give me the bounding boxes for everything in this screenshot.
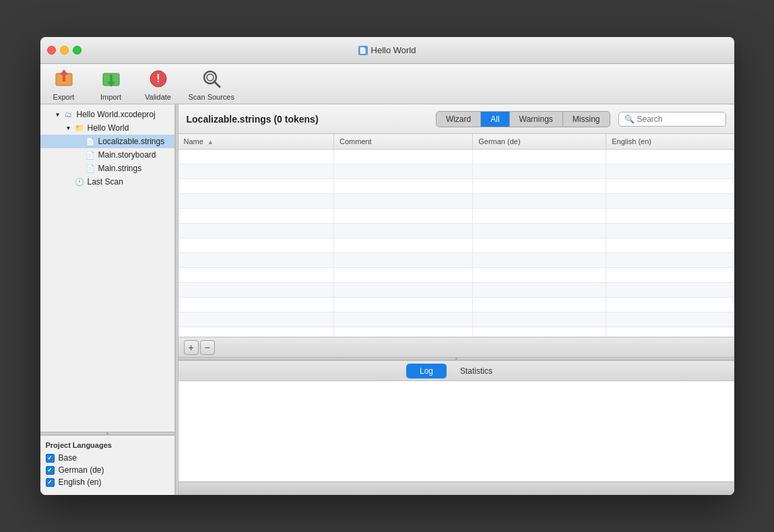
- log-panel: Log Statistics: [179, 360, 734, 481]
- last-scan-label: Last Scan: [88, 177, 123, 187]
- svg-line-7: [214, 81, 220, 87]
- sidebar-tree: ▼ 🗂 Hello World.xcodeproj ▼ 📁 Hello Worl…: [40, 104, 174, 432]
- minimize-button[interactable]: [60, 46, 69, 55]
- export-icon: [52, 67, 76, 91]
- main-strings-label: Main.strings: [98, 164, 142, 173]
- xcodeproj-icon: 🗂: [63, 109, 74, 120]
- table-row: [179, 253, 734, 267]
- language-english: English (en): [46, 477, 169, 487]
- german-label: German (de): [59, 465, 104, 475]
- maximize-button[interactable]: [73, 46, 82, 55]
- col-name-label: Name: [184, 137, 203, 145]
- toolbar: Export Import ! Validate: [40, 64, 734, 104]
- table-row: [179, 282, 734, 297]
- main-strings-icon: 📄: [85, 163, 96, 174]
- disclosure-storyboard: [75, 151, 84, 159]
- add-row-button[interactable]: +: [184, 340, 199, 355]
- export-button[interactable]: Export: [47, 67, 81, 101]
- add-icon: +: [188, 342, 193, 353]
- filter-all-button[interactable]: All: [481, 112, 509, 127]
- content-area: Localizable.strings (0 tokens) Wizard Al…: [179, 104, 734, 495]
- splitter-dot-1: [455, 358, 457, 360]
- language-base: Base: [46, 453, 169, 463]
- table-row: [179, 267, 734, 282]
- col-name: Name ▲: [179, 134, 334, 149]
- base-label: Base: [59, 453, 77, 463]
- log-content: [179, 381, 734, 481]
- svg-point-8: [207, 74, 214, 81]
- window-title: 📄 Hello World: [358, 45, 416, 55]
- xcodeproj-label: Hello World.xcodeproj: [77, 110, 156, 119]
- table-row: [179, 223, 734, 238]
- table-container: Name ▲ Comment German (de) English (en): [179, 134, 734, 337]
- scan-sources-label: Scan Sources: [189, 93, 234, 101]
- statistics-tab[interactable]: Statistics: [447, 364, 506, 378]
- strings-file-icon: 📄: [85, 136, 96, 147]
- table-row: [179, 238, 734, 253]
- import-button[interactable]: Import: [94, 67, 128, 101]
- main-storyboard-label: Main.storyboard: [98, 150, 156, 160]
- remove-row-button[interactable]: −: [200, 340, 215, 355]
- import-icon: [99, 67, 123, 91]
- window-title-text: Hello World: [371, 45, 416, 55]
- filter-missing-button[interactable]: Missing: [563, 112, 610, 127]
- validate-button[interactable]: ! Validate: [141, 67, 175, 101]
- table-row: [179, 312, 734, 327]
- col-german-label: German (de): [478, 137, 520, 145]
- project-languages-title: Project Languages: [46, 441, 169, 449]
- col-english-label: English (en): [612, 137, 651, 145]
- search-input[interactable]: [637, 114, 720, 124]
- table-row: [179, 327, 734, 337]
- filter-wizard-button[interactable]: Wizard: [437, 112, 481, 127]
- sidebar-item-main-strings[interactable]: 📄 Main.strings: [40, 162, 174, 175]
- splitter-dot: [106, 432, 108, 434]
- table-body: [179, 149, 734, 337]
- col-english: English (en): [606, 134, 734, 149]
- disclosure-hello-world: ▼: [65, 124, 73, 132]
- last-scan-icon: 🕐: [74, 176, 85, 187]
- filter-segmented-control: Wizard All Warnings Missing: [436, 111, 610, 127]
- export-label: Export: [53, 93, 75, 101]
- hello-world-label: Hello World: [88, 123, 129, 133]
- scan-sources-icon: [199, 67, 224, 91]
- col-german: German (de): [473, 134, 606, 149]
- table-row: [179, 178, 734, 193]
- sidebar-item-localizable-strings[interactable]: 📄 Localizable.strings: [40, 135, 174, 148]
- sidebar-item-hello-world[interactable]: ▼ 📁 Hello World: [40, 121, 174, 135]
- table-row: [179, 149, 734, 164]
- table-row: [179, 164, 734, 178]
- disclosure-last-scan: [65, 178, 73, 186]
- english-label: English (en): [59, 477, 102, 487]
- base-checkbox[interactable]: [46, 454, 55, 463]
- table-bottom-toolbar: + −: [179, 337, 734, 357]
- storyboard-icon: 📄: [85, 149, 96, 160]
- content-title: Localizable.strings (0 tokens): [187, 114, 428, 125]
- col-comment: Comment: [334, 134, 473, 149]
- search-icon: 🔍: [624, 114, 635, 124]
- log-tab-bar: Log Statistics: [179, 361, 734, 381]
- disclosure-main-strings: [75, 164, 84, 172]
- main-window: 📄 Hello World Export Import: [40, 37, 734, 495]
- close-button[interactable]: [47, 46, 56, 55]
- scan-sources-button[interactable]: Scan Sources: [189, 67, 234, 101]
- validate-icon: !: [146, 67, 170, 91]
- german-checkbox[interactable]: [46, 466, 55, 475]
- content-header: Localizable.strings (0 tokens) Wizard Al…: [179, 104, 734, 134]
- english-checkbox[interactable]: [46, 478, 55, 487]
- table-row: [179, 193, 734, 208]
- table-row: [179, 208, 734, 223]
- traffic-lights: [47, 46, 82, 55]
- sidebar-item-main-storyboard[interactable]: 📄 Main.storyboard: [40, 148, 174, 162]
- log-tab[interactable]: Log: [406, 364, 447, 378]
- sidebar-item-last-scan[interactable]: 🕐 Last Scan: [40, 175, 174, 189]
- title-bar: 📄 Hello World: [40, 37, 734, 64]
- sort-arrow: ▲: [207, 139, 214, 145]
- disclosure-localizable: [75, 137, 84, 145]
- localizable-strings-label: Localizable.strings: [98, 137, 165, 146]
- sidebar-item-xcodeproj[interactable]: ▼ 🗂 Hello World.xcodeproj: [40, 108, 174, 121]
- remove-icon: −: [204, 342, 209, 353]
- strings-table: Name ▲ Comment German (de) English (en): [179, 134, 734, 337]
- project-languages-section: Project Languages Base German (de) Engli…: [40, 435, 174, 495]
- table-row: [179, 297, 734, 312]
- filter-warnings-button[interactable]: Warnings: [510, 112, 563, 127]
